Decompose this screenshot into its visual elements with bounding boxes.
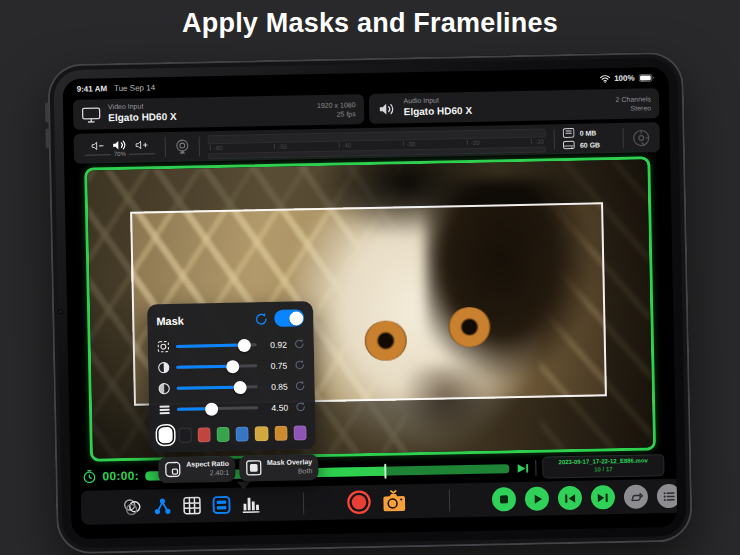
video-input-device: Elgato HD60 X [108,108,310,125]
divider [449,489,450,511]
mask-overlay-button[interactable]: Mask Overlay Both [239,454,319,481]
mask-framelines-icon[interactable] [211,495,232,515]
loop-button[interactable] [624,484,648,508]
free-space: 60 GB [580,141,600,148]
audio-input-device: Elgato HD60 X [404,102,609,119]
color-swatch-purple[interactable] [293,425,306,440]
frameline-color-swatches [158,424,306,443]
app-screen: 9:41 AM Tue Sep 14 100% [62,67,677,539]
volume-up-button[interactable] [134,138,149,151]
reset-icon[interactable] [293,338,305,349]
divider [535,460,536,476]
meter-tick-label: -40 [338,142,351,149]
histogram-icon[interactable] [241,494,261,514]
reset-icon[interactable] [293,359,305,370]
record-timer-dial-icon[interactable] [632,128,651,147]
speaker-icon [376,100,396,117]
display-icon [81,106,101,123]
timecode: 00:00: [102,469,139,484]
audio-level-meter: -60 -50 -40 -30 -20 -10 [208,126,546,159]
popover-arrow [237,481,251,489]
slider-thumb[interactable] [238,338,251,351]
wifi-icon [599,74,610,83]
color-swatch-yellow[interactable] [255,426,268,441]
front-camera [58,309,63,314]
aspect-ratio-icon [164,461,181,478]
mask-size-slider[interactable]: 0.92 [157,333,305,357]
playhead[interactable] [384,463,386,478]
color-swatch-red[interactable] [197,427,210,442]
mask-panel-title: Mask [156,314,184,327]
frame-size-icon [157,340,170,353]
next-clip-button[interactable] [591,485,615,509]
page-title: Apply Masks and Framelines [0,8,740,39]
audio-input-panel[interactable]: Audio Input Elgato HD60 X 2 Channels Ste… [368,88,659,124]
meter-tick-label: -10 [531,138,544,145]
ipad-device: 9:41 AM Tue Sep 14 100% [47,52,693,555]
audio-mode: Stereo [616,103,652,113]
slider-value: 4.50 [264,402,288,412]
divider [623,128,624,148]
reset-icon[interactable] [294,401,306,412]
line-thickness-icon [158,403,171,416]
clip-list-button[interactable] [657,484,678,508]
meter-tick-label: -50 [274,144,287,151]
slider-value: 0.85 [264,381,288,391]
color-swatch-white[interactable] [158,427,172,443]
grid-icon[interactable] [182,495,202,515]
volume-down-button[interactable] [90,139,105,152]
recorded-size: 0 MB [580,129,597,136]
color-swatch-blue[interactable] [236,426,249,441]
reset-all-icon[interactable] [254,312,268,326]
mask-overlay-value: Both [267,467,312,477]
color-swatch-orange[interactable] [274,425,287,440]
opacity-icon [158,382,171,395]
volume-button-hardware [45,128,49,148]
meter-tick-label: -30 [403,141,416,148]
stop-button[interactable] [492,487,516,511]
mask-contrast-slider[interactable]: 0.75 [157,354,305,378]
current-clip-box[interactable]: 2023-09-17_17-22-12_E886.mov 10 / 17 [542,454,664,478]
meter-tick-label: -60 [210,145,223,152]
divider [554,129,555,149]
color-swatch-green[interactable] [217,426,230,441]
mask-settings-popover: Mask 0.92 [147,301,317,491]
memory-card-icon [563,128,575,138]
slider-value: 0.92 [263,339,287,349]
mask-enabled-toggle[interactable] [274,309,304,327]
clock-time: 9:41 AM [77,84,108,94]
hard-drive-icon [563,140,575,150]
meter-tick-label: -20 [467,140,480,147]
timer-icon [82,470,96,484]
reset-icon[interactable] [294,380,306,391]
play-button[interactable] [525,486,549,510]
record-button[interactable] [345,489,372,516]
volume-percent: 70% [111,151,129,158]
divider [199,136,200,156]
node-graph-icon[interactable] [152,496,173,516]
previous-clip-button[interactable] [558,486,582,510]
aspect-ratio-value: 2.40:1 [186,469,229,479]
step-forward-icon[interactable] [515,461,529,474]
snapshot-camera-button[interactable] [380,489,407,514]
slider-thumb[interactable] [234,380,247,393]
storage-status: 0 MB 60 GB [563,127,615,150]
mask-thickness-slider[interactable]: 4.50 [158,396,306,420]
airplay-audio-icon[interactable] [174,139,191,155]
aspect-ratio-button[interactable]: Aspect Ratio 2.40:1 [158,456,235,483]
video-framerate: 25 fps [317,109,356,119]
volume-controls: 70% [83,137,157,158]
mask-opacity-slider[interactable]: 0.85 [157,375,305,399]
scopes-icon[interactable] [121,497,143,517]
slider-thumb[interactable] [226,360,239,373]
page: Apply Masks and Framelines 9:41 AM Tue S… [0,0,740,555]
slider-value: 0.75 [263,360,287,370]
mask-overlay-icon [245,459,262,476]
video-input-panel[interactable]: Video Input Elgato HD60 X 1920 x 1080 25… [73,94,364,130]
battery-percent: 100% [614,73,635,82]
slider-thumb[interactable] [205,402,218,415]
divider [165,137,166,157]
divider [303,492,304,514]
color-swatch-black[interactable] [178,427,191,442]
contrast-icon [157,361,170,374]
